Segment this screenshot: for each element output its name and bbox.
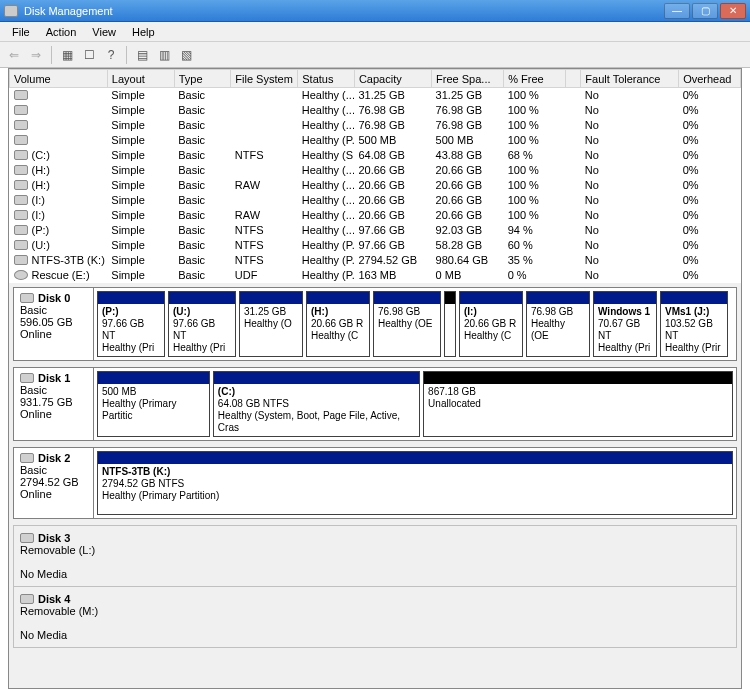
help-icon[interactable]: ? <box>101 45 121 65</box>
menu-file[interactable]: File <box>4 24 38 40</box>
partition[interactable]: 500 MBHealthy (Primary Partitic <box>97 371 210 437</box>
title-bar: Disk Management — ▢ ✕ <box>0 0 750 22</box>
menu-view[interactable]: View <box>84 24 124 40</box>
column-header[interactable]: Type <box>174 70 231 88</box>
graphical-view-pane: Disk 0Basic596.05 GBOnline(P:)97.66 GB N… <box>9 283 741 688</box>
back-icon[interactable]: ⇐ <box>4 45 24 65</box>
disk-icon <box>20 594 34 604</box>
volume-row[interactable]: SimpleBasicHealthy (P...500 MB500 MB100 … <box>10 133 741 148</box>
cd-icon <box>14 270 28 280</box>
partition[interactable]: 76.98 GBHealthy (OE <box>373 291 441 357</box>
minimize-button[interactable]: — <box>664 3 690 19</box>
column-header[interactable]: Layout <box>107 70 174 88</box>
list-icon[interactable]: ▧ <box>176 45 196 65</box>
partition[interactable]: (I:)20.66 GB RHealthy (C <box>459 291 523 357</box>
app-icon <box>4 5 18 17</box>
partitions-area: 500 MBHealthy (Primary Partitic(C:)64.08… <box>94 368 736 440</box>
disk-row[interactable]: Disk 2Basic2794.52 GBOnlineNTFS-3TB (K:)… <box>13 447 737 519</box>
volume-row[interactable]: (H:)SimpleBasicRAWHealthy (...20.66 GB20… <box>10 178 741 193</box>
volume-icon <box>14 90 28 100</box>
column-header[interactable]: % Free <box>504 70 566 88</box>
partition[interactable]: NTFS-3TB (K:)2794.52 GB NTFSHealthy (Pri… <box>97 451 733 515</box>
volume-icon <box>14 225 28 235</box>
partition[interactable]: (U:)97.66 GB NTHealthy (Pri <box>168 291 236 357</box>
volume-icon <box>14 135 28 145</box>
partition-bar <box>460 292 522 304</box>
maximize-button[interactable]: ▢ <box>692 3 718 19</box>
volume-row[interactable]: SimpleBasicHealthy (...76.98 GB76.98 GB1… <box>10 118 741 133</box>
volume-icon <box>14 165 28 175</box>
partition-bar <box>661 292 727 304</box>
window-title: Disk Management <box>24 5 113 17</box>
column-header[interactable]: Fault Tolerance <box>581 70 679 88</box>
partition-bar <box>240 292 302 304</box>
close-button[interactable]: ✕ <box>720 3 746 19</box>
partition-bar <box>594 292 656 304</box>
volume-icon <box>14 105 28 115</box>
volume-icon <box>14 180 28 190</box>
partition-bar <box>214 372 419 384</box>
partition[interactable]: (C:)64.08 GB NTFSHealthy (System, Boot, … <box>213 371 420 437</box>
column-header[interactable]: Status <box>298 70 355 88</box>
partition[interactable]: (P:)97.66 GB NTHealthy (Pri <box>97 291 165 357</box>
partition[interactable]: 867.18 GBUnallocated <box>423 371 733 437</box>
volume-row[interactable]: SimpleBasicHealthy (...31.25 GB31.25 GB1… <box>10 88 741 103</box>
partition[interactable]: 31.25 GBHealthy (O <box>239 291 303 357</box>
volume-icon <box>14 120 28 130</box>
partition-bar <box>424 372 732 384</box>
volume-row[interactable]: (C:)SimpleBasicNTFSHealthy (S...64.08 GB… <box>10 148 741 163</box>
partition[interactable]: VMs1 (J:)103.52 GB NTHealthy (Prir <box>660 291 728 357</box>
volume-icon <box>14 150 28 160</box>
content-area: VolumeLayoutTypeFile SystemStatusCapacit… <box>8 68 742 689</box>
disk-icon <box>20 373 34 383</box>
toolbar: ⇐ ⇒ ▦ ☐ ? ▤ ▥ ▧ <box>0 42 750 68</box>
volume-row[interactable]: (I:)SimpleBasicRAWHealthy (...20.66 GB20… <box>10 208 741 223</box>
column-header[interactable]: Overhead <box>679 70 741 88</box>
refresh-icon[interactable]: ☐ <box>79 45 99 65</box>
partitions-area: NTFS-3TB (K:)2794.52 GB NTFSHealthy (Pri… <box>94 448 736 518</box>
column-header[interactable]: File System <box>231 70 298 88</box>
partition[interactable]: Windows 170.67 GB NTHealthy (Pri <box>593 291 657 357</box>
volume-row[interactable]: (P:)SimpleBasicNTFSHealthy (...97.66 GB9… <box>10 223 741 238</box>
volume-row[interactable]: (H:)SimpleBasicHealthy (...20.66 GB20.66… <box>10 163 741 178</box>
disk-info: Disk 0Basic596.05 GBOnline <box>14 288 94 360</box>
partition-bar <box>98 372 209 384</box>
volume-row[interactable]: Rescue (E:)SimpleBasicUDFHealthy (P...16… <box>10 268 741 283</box>
settings-icon[interactable]: ▤ <box>132 45 152 65</box>
disk-icon[interactable]: ▥ <box>154 45 174 65</box>
partition[interactable] <box>444 291 456 357</box>
disk-info: Disk 1Basic931.75 GBOnline <box>14 368 94 440</box>
forward-icon[interactable]: ⇒ <box>26 45 46 65</box>
disk-info: Disk 2Basic2794.52 GBOnline <box>14 448 94 518</box>
removable-disk-row[interactable]: Disk 4Removable (M:)No Media <box>13 586 737 648</box>
menu-action[interactable]: Action <box>38 24 85 40</box>
removable-disk-row[interactable]: Disk 3Removable (L:)No Media <box>13 525 737 586</box>
volume-row[interactable]: NTFS-3TB (K:)SimpleBasicNTFSHealthy (P..… <box>10 253 741 268</box>
partition-bar <box>169 292 235 304</box>
volume-list-pane: VolumeLayoutTypeFile SystemStatusCapacit… <box>9 69 741 283</box>
column-header[interactable]: Volume <box>10 70 108 88</box>
volume-row[interactable]: (U:)SimpleBasicNTFSHealthy (P...97.66 GB… <box>10 238 741 253</box>
volume-icon <box>14 255 28 265</box>
partition-bar <box>98 292 164 304</box>
column-header[interactable]: Capacity <box>354 70 431 88</box>
partition-bar <box>307 292 369 304</box>
menu-help[interactable]: Help <box>124 24 163 40</box>
partition-bar <box>527 292 589 304</box>
column-header[interactable] <box>565 70 580 88</box>
properties-icon[interactable]: ▦ <box>57 45 77 65</box>
volume-table[interactable]: VolumeLayoutTypeFile SystemStatusCapacit… <box>9 69 741 283</box>
volume-row[interactable]: SimpleBasicHealthy (...76.98 GB76.98 GB1… <box>10 103 741 118</box>
volume-icon <box>14 240 28 250</box>
partition-bar <box>98 452 732 464</box>
disk-row[interactable]: Disk 1Basic931.75 GBOnline500 MBHealthy … <box>13 367 737 441</box>
column-header[interactable]: Free Spa... <box>432 70 504 88</box>
disk-icon <box>20 533 34 543</box>
partition[interactable]: (H:)20.66 GB RHealthy (C <box>306 291 370 357</box>
volume-row[interactable]: (I:)SimpleBasicHealthy (...20.66 GB20.66… <box>10 193 741 208</box>
disk-icon <box>20 293 34 303</box>
partitions-area: (P:)97.66 GB NTHealthy (Pri(U:)97.66 GB … <box>94 288 736 360</box>
partition[interactable]: 76.98 GBHealthy (OE <box>526 291 590 357</box>
volume-icon <box>14 210 28 220</box>
disk-row[interactable]: Disk 0Basic596.05 GBOnline(P:)97.66 GB N… <box>13 287 737 361</box>
